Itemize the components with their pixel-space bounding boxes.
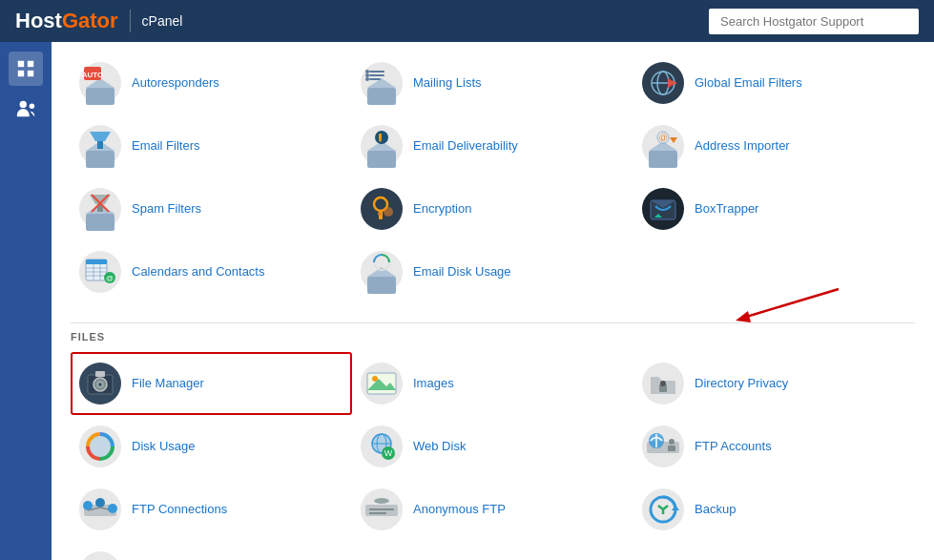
svg-rect-2	[18, 71, 24, 76]
svg-rect-34	[379, 134, 382, 139]
grid-item-file-manager[interactable]: File Manager	[71, 352, 352, 415]
disk-usage-label: Disk Usage	[132, 439, 195, 455]
encryption-label: Encryption	[413, 201, 471, 218]
svg-point-78	[99, 384, 102, 386]
images-label: Images	[413, 376, 454, 392]
email-disk-usage-label: Email Disk Usage	[413, 264, 511, 280]
file-manager-icon	[78, 362, 122, 405]
svg-rect-60	[86, 259, 107, 264]
grid-item-mailing-lists[interactable]: Mailing Lists	[352, 52, 633, 114]
grid-item-web-disk[interactable]: W Web Disk	[352, 415, 633, 478]
email-items-grid: AUTO Autoresponders	[71, 52, 915, 303]
svg-point-18	[365, 73, 369, 77]
sidebar-icon-users[interactable]	[9, 92, 43, 126]
images-icon	[360, 362, 404, 405]
main-content: AUTO Autoresponders	[52, 42, 934, 560]
disk-usage-icon	[78, 425, 122, 468]
svg-rect-29	[97, 141, 103, 149]
svg-point-17	[365, 70, 369, 73]
autoresponders-icon: AUTO	[78, 61, 122, 105]
ftp-connections-icon	[78, 487, 122, 531]
svg-rect-100	[668, 446, 675, 451]
grid-item-images[interactable]: Images	[352, 352, 633, 415]
calendars-contacts-label: Calendars and Contacts	[132, 264, 264, 280]
grid-item-global-email-filters[interactable]: Global Email Filters	[633, 52, 915, 114]
svg-point-86	[660, 381, 666, 386]
grid-item-email-filters[interactable]: Email Filters	[71, 114, 352, 177]
grid-item-ftp-accounts[interactable]: FTP Accounts	[633, 415, 915, 478]
svg-text:W: W	[384, 448, 393, 458]
svg-rect-43	[86, 214, 114, 231]
search-input[interactable]	[709, 9, 919, 34]
spam-filters-label: Spam Filters	[132, 201, 201, 218]
autoresponders-label: Autoresponders	[132, 75, 219, 92]
svg-rect-26	[86, 151, 114, 168]
directory-privacy-label: Directory Privacy	[695, 376, 788, 392]
svg-rect-14	[369, 71, 384, 73]
svg-rect-79	[95, 371, 105, 377]
directory-privacy-icon	[641, 362, 685, 405]
svg-line-72	[743, 289, 839, 318]
grid-item-disk-usage[interactable]: Disk Usage	[71, 415, 352, 478]
cpanel-label: cPanel	[142, 13, 183, 29]
svg-point-52	[378, 212, 382, 216]
svg-rect-37	[649, 151, 677, 168]
sidebar-icon-grid[interactable]	[9, 52, 43, 86]
grid-item-spam-filters[interactable]: Spam Filters	[71, 177, 352, 240]
ftp-accounts-label: FTP Accounts	[695, 439, 772, 455]
layout: AUTO Autoresponders	[0, 42, 934, 560]
svg-rect-12	[367, 88, 396, 105]
address-importer-icon: @	[641, 124, 685, 168]
grid-item-backup-wizard[interactable]: Backup Wizard	[71, 541, 352, 560]
svg-point-118	[79, 551, 121, 560]
svg-rect-1	[28, 61, 33, 67]
svg-rect-3	[28, 71, 33, 76]
web-disk-icon: W	[360, 425, 404, 468]
calendars-contacts-icon: @	[78, 250, 122, 294]
encryption-icon	[360, 187, 404, 231]
backup-label: Backup	[695, 502, 736, 518]
grid-item-anonymous-ftp[interactable]: Anonymous FTP	[352, 478, 633, 541]
address-importer-label: Address Importer	[695, 138, 790, 155]
svg-text:@: @	[106, 274, 114, 282]
boxtrapper-icon	[641, 187, 685, 231]
files-items-grid: File Manager Images	[71, 352, 915, 541]
grid-item-address-importer[interactable]: @ Address Importer	[633, 114, 915, 177]
global-email-filters-icon	[641, 61, 685, 105]
svg-text:@: @	[658, 133, 667, 142]
email-disk-usage-icon	[360, 250, 404, 294]
mailing-lists-icon	[360, 61, 404, 105]
header-divider	[130, 10, 131, 32]
grid-item-ftp-connections[interactable]: FTP Connections	[71, 478, 352, 541]
svg-point-108	[108, 504, 117, 513]
grid-item-backup[interactable]: Backup	[633, 478, 915, 541]
anonymous-ftp-icon	[360, 487, 404, 531]
grid-item-directory-privacy[interactable]: Directory Privacy	[633, 352, 915, 415]
svg-point-113	[374, 498, 389, 504]
grid-item-encryption[interactable]: Encryption	[352, 177, 633, 240]
grid-item-email-deliverability[interactable]: Email Deliverability	[352, 114, 633, 177]
svg-point-49	[361, 188, 403, 230]
sidebar	[0, 42, 52, 560]
grid-item-autoresponders[interactable]: AUTO Autoresponders	[71, 52, 352, 114]
grid-item-email-disk-usage[interactable]: Email Disk Usage	[352, 240, 633, 303]
backup-icon	[641, 487, 685, 531]
red-arrow	[667, 284, 858, 322]
svg-point-105	[95, 498, 105, 508]
svg-rect-31	[367, 151, 396, 168]
svg-point-35	[379, 139, 382, 142]
grid-item-boxtrapper[interactable]: BoxTrapper	[633, 177, 915, 240]
svg-rect-111	[369, 508, 394, 510]
svg-point-5	[30, 104, 34, 110]
svg-rect-69	[367, 277, 396, 294]
global-email-filters-label: Global Email Filters	[695, 75, 802, 92]
svg-rect-7	[86, 88, 114, 105]
boxtrapper-label: BoxTrapper	[695, 201, 758, 218]
grid-item-calendars-contacts[interactable]: @ Calendars and Contacts	[71, 240, 352, 303]
web-disk-label: Web Disk	[413, 439, 466, 455]
svg-text:AUTO: AUTO	[82, 71, 104, 79]
file-manager-label: File Manager	[132, 376, 204, 392]
svg-rect-112	[369, 512, 386, 514]
svg-point-4	[20, 101, 27, 108]
email-filters-label: Email Filters	[132, 138, 200, 155]
